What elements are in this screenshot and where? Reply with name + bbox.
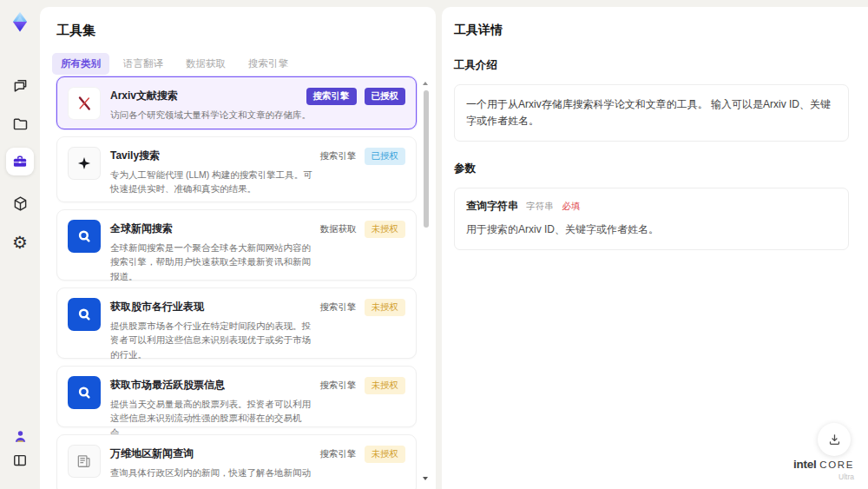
- tool-description: 访问各个研究领域大量科学论文和文章的存储库。: [110, 108, 313, 122]
- search-app-icon: [68, 376, 101, 409]
- tool-name: Arxiv文献搜索: [110, 89, 313, 103]
- param-required-flag: 必填: [562, 201, 580, 211]
- auth-status-badge: 已授权: [365, 148, 406, 165]
- core-brand-text: CORE: [819, 459, 854, 470]
- sidebar-item-tools-active[interactable]: [6, 148, 34, 175]
- search-app-icon: [68, 298, 101, 331]
- page-title: 工具集: [56, 23, 436, 39]
- category-label: 搜索引擎: [320, 301, 357, 314]
- details-title: 工具详情: [454, 23, 849, 38]
- chat-icon: [11, 76, 30, 94]
- app-window: ⚙ 工具集 所有类别 语言翻译 数据获取 搜索引擎: [0, 0, 868, 489]
- tab-language-translation[interactable]: 语言翻译: [115, 53, 172, 75]
- tab-all-categories[interactable]: 所有类别: [52, 53, 109, 75]
- scrollbar-thumb[interactable]: [424, 90, 429, 228]
- scrollbar-up-arrow[interactable]: [423, 82, 428, 85]
- folder-icon: [11, 115, 30, 133]
- auth-status-badge: 未授权: [365, 446, 406, 463]
- tool-card-most-active-stocks[interactable]: 获取市场最活跃股票信息 提供当天交易量最高的股票列表。投资者可以利用这些信息来识…: [56, 366, 417, 427]
- tool-description: 全球新闻搜索是一个聚合全球各大新闻网站内容的搜索引擎，帮助用户快速获取全球最新资…: [110, 241, 313, 283]
- tool-name: 全球新闻搜索: [110, 221, 313, 236]
- intel-brand-text: intel: [793, 458, 816, 471]
- tab-data-fetch[interactable]: 数据获取: [177, 53, 234, 75]
- user-icon: [12, 428, 29, 445]
- tool-card-global-news[interactable]: 全球新闻搜索 全球新闻搜索是一个聚合全球各大新闻网站内容的搜索引擎，帮助用户快速…: [56, 209, 417, 281]
- panel-toggle-icon: [11, 452, 29, 469]
- auth-status-badge: 未授权: [365, 221, 406, 238]
- sidebar-item-files[interactable]: [9, 112, 31, 135]
- category-label: 数据获取: [320, 223, 357, 235]
- tool-description: 专为人工智能代理 (LLM) 构建的搜索引擎工具。可快速提供实时、准确和真实的结…: [110, 168, 313, 196]
- sidebar-item-account[interactable]: [9, 425, 31, 447]
- auth-status-badge: 未授权: [365, 377, 406, 394]
- scrollbar-down-arrow[interactable]: [423, 477, 428, 480]
- search-app-icon: [68, 220, 101, 253]
- package-icon: [11, 195, 30, 213]
- toolset-panel: 工具集 所有类别 语言翻译 数据获取 搜索引擎 Arxiv文献搜索 访问各个研究…: [40, 7, 436, 489]
- tool-details-panel: 工具详情 工具介绍 一个用于从Arxiv存储库搜索科学论文和文章的工具。 输入可…: [442, 7, 868, 489]
- tab-search-engine[interactable]: 搜索引擎: [240, 53, 297, 75]
- toolbox-icon: [11, 153, 29, 170]
- intro-box: 一个用于从Arxiv存储库搜索科学论文和文章的工具。 输入可以是Arxiv ID…: [454, 84, 849, 142]
- app-logo: [9, 10, 31, 33]
- tool-card-sector-performance[interactable]: 获取股市各行业表现 提供股票市场各个行业在特定时间段内的表现。投资者可以利用这些…: [56, 287, 417, 359]
- auth-status-badge: 已授权: [365, 88, 406, 105]
- param-name: 查询字符串: [466, 200, 518, 212]
- sidebar-item-chat[interactable]: [9, 73, 31, 96]
- param-box: 查询字符串 字符串 必填 用于搜索的Arxiv ID、关键字或作者姓名。: [454, 188, 849, 250]
- auth-status-badge: 未授权: [365, 299, 406, 316]
- tool-name: 获取市场最活跃股票信息: [110, 378, 313, 393]
- arxiv-logo: [68, 87, 101, 120]
- ultra-brand-text: Ultra: [793, 473, 854, 481]
- tool-name: Tavily搜索: [110, 149, 313, 163]
- newspaper-icon: [68, 445, 101, 478]
- icon-rail: ⚙: [0, 0, 40, 489]
- sidebar-item-packages[interactable]: [9, 192, 31, 215]
- intro-heading: 工具介绍: [454, 58, 849, 73]
- star-icon: [68, 147, 101, 180]
- tool-description: 查询具体行政区划内的新闻，快速了解各地新闻动: [110, 466, 313, 479]
- tool-name: 万维地区新闻查询: [110, 446, 313, 461]
- sidebar-collapse[interactable]: [9, 449, 31, 472]
- param-description: 用于搜索的Arxiv ID、关键字或作者姓名。: [466, 221, 837, 238]
- intel-core-logo: intelCORE Ultra: [793, 456, 854, 481]
- sidebar-item-settings[interactable]: ⚙: [9, 231, 31, 254]
- tool-name: 获取股市各行业表现: [110, 300, 313, 314]
- params-heading: 参数: [454, 162, 849, 176]
- category-tabs: 所有类别 语言翻译 数据获取 搜索引擎: [52, 53, 436, 75]
- category-label: 搜索引擎: [320, 150, 357, 162]
- tool-card-regional-news[interactable]: 万维地区新闻查询 查询具体行政区划内的新闻，快速了解各地新闻动 搜索引擎 未授权: [56, 434, 417, 489]
- category-label: 搜索引擎: [320, 380, 357, 392]
- category-badge: 搜索引擎: [306, 88, 357, 105]
- tool-card-tavily[interactable]: Tavily搜索 专为人工智能代理 (LLM) 构建的搜索引擎工具。可快速提供实…: [56, 136, 417, 202]
- tool-list: Arxiv文献搜索 访问各个研究领域大量科学论文和文章的存储库。 搜索引擎 已授…: [56, 76, 417, 489]
- logo-gem-icon: [9, 10, 31, 33]
- tool-description: 提供当天交易量最高的股票列表。投资者可以利用这些信息来识别流动性强的股票和潜在的…: [110, 397, 313, 439]
- tool-description: 提供股票市场各个行业在特定时间段内的表现。投资者可以利用这些信息来识别表现优于或…: [110, 319, 313, 361]
- download-icon: [827, 433, 842, 447]
- gear-icon: ⚙: [12, 234, 28, 251]
- category-label: 搜索引擎: [320, 448, 357, 460]
- param-type: 字符串: [526, 201, 554, 211]
- download-button[interactable]: [818, 423, 851, 456]
- tool-card-arxiv[interactable]: Arxiv文献搜索 访问各个研究领域大量科学论文和文章的存储库。 搜索引擎 已授…: [56, 76, 417, 129]
